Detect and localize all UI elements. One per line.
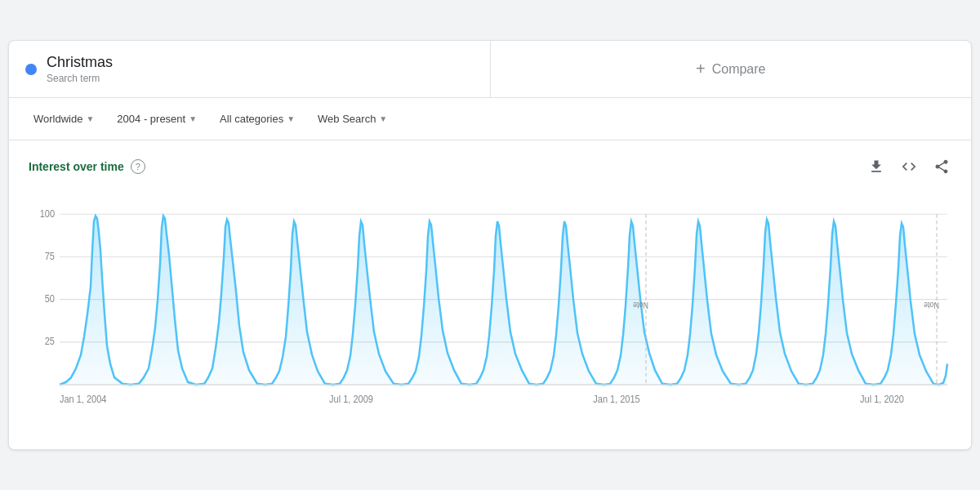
term-type: Search term bbox=[47, 73, 113, 84]
svg-text:25: 25 bbox=[45, 336, 55, 347]
svg-text:50: 50 bbox=[45, 292, 55, 304]
compare-plus-icon: + bbox=[696, 60, 706, 78]
svg-text:Jul 1, 2009: Jul 1, 2009 bbox=[329, 394, 373, 405]
filter-time[interactable]: 2004 - present ▼ bbox=[109, 108, 205, 130]
svg-text:Jan 1, 2015: Jan 1, 2015 bbox=[593, 394, 639, 405]
filter-region[interactable]: Worldwide ▼ bbox=[25, 108, 102, 130]
chart-section: Interest over time ? bbox=[9, 140, 971, 449]
compare-section[interactable]: + Compare bbox=[491, 41, 972, 97]
chart-title: Interest over time bbox=[29, 160, 124, 173]
term-dot bbox=[25, 64, 37, 75]
search-term-left: Christmas Search term bbox=[9, 41, 491, 97]
share-icon bbox=[933, 158, 950, 175]
chart-header: Interest over time ? bbox=[29, 157, 951, 176]
filter-region-label: Worldwide bbox=[33, 113, 82, 125]
time-chevron-icon: ▼ bbox=[189, 114, 197, 123]
category-chevron-icon: ▼ bbox=[287, 114, 295, 123]
search-type-chevron-icon: ▼ bbox=[379, 114, 387, 123]
filter-category[interactable]: All categories ▼ bbox=[212, 108, 303, 130]
filter-category-label: All categories bbox=[220, 113, 283, 125]
svg-text:100: 100 bbox=[40, 207, 55, 219]
term-info: Christmas Search term bbox=[47, 54, 113, 84]
main-container: Christmas Search term + Compare Worldwid… bbox=[8, 40, 972, 450]
interest-chart: 100 75 50 25 Note Note Jan 1, bbox=[29, 196, 951, 441]
download-button[interactable] bbox=[866, 157, 886, 176]
region-chevron-icon: ▼ bbox=[86, 114, 94, 123]
svg-text:Jul 1, 2020: Jul 1, 2020 bbox=[860, 394, 904, 405]
filter-time-label: 2004 - present bbox=[117, 113, 185, 125]
code-icon bbox=[901, 158, 917, 175]
svg-text:Note: Note bbox=[924, 301, 939, 310]
search-term-bar: Christmas Search term + Compare bbox=[9, 41, 971, 98]
term-name: Christmas bbox=[47, 54, 113, 71]
chart-actions bbox=[866, 157, 951, 176]
filter-bar: Worldwide ▼ 2004 - present ▼ All categor… bbox=[9, 98, 971, 140]
filter-search-type-label: Web Search bbox=[318, 113, 376, 125]
share-button[interactable] bbox=[932, 157, 951, 176]
svg-text:Note: Note bbox=[633, 301, 648, 310]
svg-text:75: 75 bbox=[45, 250, 55, 261]
chart-title-group: Interest over time ? bbox=[29, 159, 145, 174]
chart-wrapper: 100 75 50 25 Note Note Jan 1, bbox=[29, 196, 951, 441]
svg-text:Jan 1, 2004: Jan 1, 2004 bbox=[60, 394, 107, 405]
help-icon[interactable]: ? bbox=[131, 159, 145, 174]
compare-label: Compare bbox=[712, 62, 766, 77]
embed-button[interactable] bbox=[899, 157, 919, 176]
filter-search-type[interactable]: Web Search ▼ bbox=[310, 108, 395, 130]
download-icon bbox=[868, 158, 884, 175]
